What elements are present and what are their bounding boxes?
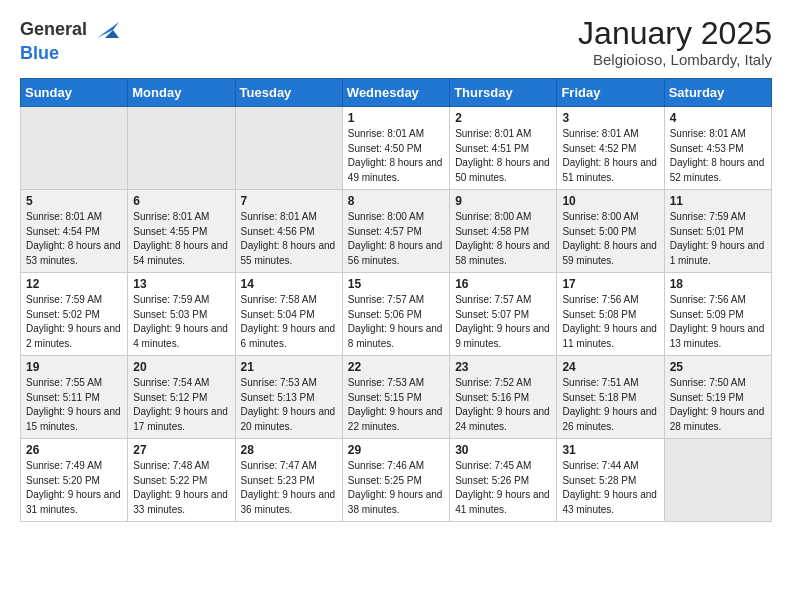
day-info: Sunrise: 7:58 AM Sunset: 5:04 PM Dayligh… — [241, 293, 337, 351]
day-number: 26 — [26, 443, 122, 457]
calendar-cell: 25Sunrise: 7:50 AM Sunset: 5:19 PM Dayli… — [664, 356, 771, 439]
calendar-cell: 27Sunrise: 7:48 AM Sunset: 5:22 PM Dayli… — [128, 439, 235, 522]
calendar-cell: 5Sunrise: 8:01 AM Sunset: 4:54 PM Daylig… — [21, 190, 128, 273]
day-number: 14 — [241, 277, 337, 291]
header: General Blue January 2025 Belgioioso, Lo… — [20, 16, 772, 68]
day-number: 27 — [133, 443, 229, 457]
day-number: 22 — [348, 360, 444, 374]
day-number: 29 — [348, 443, 444, 457]
day-info: Sunrise: 8:01 AM Sunset: 4:50 PM Dayligh… — [348, 127, 444, 185]
day-number: 20 — [133, 360, 229, 374]
day-number: 28 — [241, 443, 337, 457]
calendar-cell: 6Sunrise: 8:01 AM Sunset: 4:55 PM Daylig… — [128, 190, 235, 273]
calendar-cell: 24Sunrise: 7:51 AM Sunset: 5:18 PM Dayli… — [557, 356, 664, 439]
calendar-cell: 3Sunrise: 8:01 AM Sunset: 4:52 PM Daylig… — [557, 107, 664, 190]
calendar-cell: 14Sunrise: 7:58 AM Sunset: 5:04 PM Dayli… — [235, 273, 342, 356]
day-info: Sunrise: 8:01 AM Sunset: 4:52 PM Dayligh… — [562, 127, 658, 185]
day-number: 4 — [670, 111, 766, 125]
day-number: 2 — [455, 111, 551, 125]
header-saturday: Saturday — [664, 79, 771, 107]
calendar-cell: 8Sunrise: 8:00 AM Sunset: 4:57 PM Daylig… — [342, 190, 449, 273]
day-number: 16 — [455, 277, 551, 291]
calendar-cell: 15Sunrise: 7:57 AM Sunset: 5:06 PM Dayli… — [342, 273, 449, 356]
calendar-cell: 26Sunrise: 7:49 AM Sunset: 5:20 PM Dayli… — [21, 439, 128, 522]
calendar-cell: 2Sunrise: 8:01 AM Sunset: 4:51 PM Daylig… — [450, 107, 557, 190]
day-info: Sunrise: 7:51 AM Sunset: 5:18 PM Dayligh… — [562, 376, 658, 434]
calendar-cell: 4Sunrise: 8:01 AM Sunset: 4:53 PM Daylig… — [664, 107, 771, 190]
calendar-cell: 10Sunrise: 8:00 AM Sunset: 5:00 PM Dayli… — [557, 190, 664, 273]
day-info: Sunrise: 7:59 AM Sunset: 5:03 PM Dayligh… — [133, 293, 229, 351]
header-thursday: Thursday — [450, 79, 557, 107]
calendar-week-row: 5Sunrise: 8:01 AM Sunset: 4:54 PM Daylig… — [21, 190, 772, 273]
calendar-cell: 12Sunrise: 7:59 AM Sunset: 5:02 PM Dayli… — [21, 273, 128, 356]
day-info: Sunrise: 7:50 AM Sunset: 5:19 PM Dayligh… — [670, 376, 766, 434]
calendar-cell: 7Sunrise: 8:01 AM Sunset: 4:56 PM Daylig… — [235, 190, 342, 273]
day-info: Sunrise: 7:44 AM Sunset: 5:28 PM Dayligh… — [562, 459, 658, 517]
calendar-cell: 1Sunrise: 8:01 AM Sunset: 4:50 PM Daylig… — [342, 107, 449, 190]
day-info: Sunrise: 7:45 AM Sunset: 5:26 PM Dayligh… — [455, 459, 551, 517]
day-number: 10 — [562, 194, 658, 208]
day-info: Sunrise: 7:56 AM Sunset: 5:09 PM Dayligh… — [670, 293, 766, 351]
day-number: 9 — [455, 194, 551, 208]
calendar-cell: 21Sunrise: 7:53 AM Sunset: 5:13 PM Dayli… — [235, 356, 342, 439]
day-info: Sunrise: 7:53 AM Sunset: 5:15 PM Dayligh… — [348, 376, 444, 434]
day-info: Sunrise: 8:01 AM Sunset: 4:53 PM Dayligh… — [670, 127, 766, 185]
day-info: Sunrise: 7:56 AM Sunset: 5:08 PM Dayligh… — [562, 293, 658, 351]
day-number: 23 — [455, 360, 551, 374]
day-number: 15 — [348, 277, 444, 291]
day-info: Sunrise: 7:49 AM Sunset: 5:20 PM Dayligh… — [26, 459, 122, 517]
day-info: Sunrise: 7:52 AM Sunset: 5:16 PM Dayligh… — [455, 376, 551, 434]
day-number: 13 — [133, 277, 229, 291]
logo-icon — [91, 16, 119, 44]
header-wednesday: Wednesday — [342, 79, 449, 107]
logo-general-text: General — [20, 20, 87, 40]
calendar-cell: 17Sunrise: 7:56 AM Sunset: 5:08 PM Dayli… — [557, 273, 664, 356]
day-number: 17 — [562, 277, 658, 291]
title-block: January 2025 Belgioioso, Lombardy, Italy — [578, 16, 772, 68]
day-number: 1 — [348, 111, 444, 125]
calendar-cell — [128, 107, 235, 190]
day-number: 8 — [348, 194, 444, 208]
day-info: Sunrise: 7:55 AM Sunset: 5:11 PM Dayligh… — [26, 376, 122, 434]
day-info: Sunrise: 7:53 AM Sunset: 5:13 PM Dayligh… — [241, 376, 337, 434]
day-info: Sunrise: 7:54 AM Sunset: 5:12 PM Dayligh… — [133, 376, 229, 434]
day-info: Sunrise: 8:00 AM Sunset: 4:58 PM Dayligh… — [455, 210, 551, 268]
day-info: Sunrise: 7:47 AM Sunset: 5:23 PM Dayligh… — [241, 459, 337, 517]
logo-blue-text: Blue — [20, 43, 59, 63]
day-info: Sunrise: 8:01 AM Sunset: 4:54 PM Dayligh… — [26, 210, 122, 268]
day-number: 7 — [241, 194, 337, 208]
calendar-week-row: 26Sunrise: 7:49 AM Sunset: 5:20 PM Dayli… — [21, 439, 772, 522]
calendar-cell: 22Sunrise: 7:53 AM Sunset: 5:15 PM Dayli… — [342, 356, 449, 439]
day-number: 11 — [670, 194, 766, 208]
day-number: 12 — [26, 277, 122, 291]
day-number: 5 — [26, 194, 122, 208]
day-info: Sunrise: 8:00 AM Sunset: 5:00 PM Dayligh… — [562, 210, 658, 268]
calendar-week-row: 1Sunrise: 8:01 AM Sunset: 4:50 PM Daylig… — [21, 107, 772, 190]
day-info: Sunrise: 7:46 AM Sunset: 5:25 PM Dayligh… — [348, 459, 444, 517]
calendar-subtitle: Belgioioso, Lombardy, Italy — [578, 51, 772, 68]
calendar-cell: 30Sunrise: 7:45 AM Sunset: 5:26 PM Dayli… — [450, 439, 557, 522]
calendar-cell: 20Sunrise: 7:54 AM Sunset: 5:12 PM Dayli… — [128, 356, 235, 439]
day-number: 24 — [562, 360, 658, 374]
day-info: Sunrise: 7:48 AM Sunset: 5:22 PM Dayligh… — [133, 459, 229, 517]
day-info: Sunrise: 7:59 AM Sunset: 5:01 PM Dayligh… — [670, 210, 766, 268]
day-info: Sunrise: 7:57 AM Sunset: 5:06 PM Dayligh… — [348, 293, 444, 351]
header-sunday: Sunday — [21, 79, 128, 107]
page: General Blue January 2025 Belgioioso, Lo… — [0, 0, 792, 612]
day-info: Sunrise: 7:57 AM Sunset: 5:07 PM Dayligh… — [455, 293, 551, 351]
day-number: 25 — [670, 360, 766, 374]
calendar-title: January 2025 — [578, 16, 772, 51]
day-number: 21 — [241, 360, 337, 374]
day-number: 18 — [670, 277, 766, 291]
header-monday: Monday — [128, 79, 235, 107]
day-info: Sunrise: 8:01 AM Sunset: 4:55 PM Dayligh… — [133, 210, 229, 268]
calendar-cell: 18Sunrise: 7:56 AM Sunset: 5:09 PM Dayli… — [664, 273, 771, 356]
calendar-cell — [235, 107, 342, 190]
day-number: 30 — [455, 443, 551, 457]
day-number: 19 — [26, 360, 122, 374]
day-info: Sunrise: 8:01 AM Sunset: 4:56 PM Dayligh… — [241, 210, 337, 268]
calendar-cell: 29Sunrise: 7:46 AM Sunset: 5:25 PM Dayli… — [342, 439, 449, 522]
day-number: 6 — [133, 194, 229, 208]
day-number: 31 — [562, 443, 658, 457]
day-info: Sunrise: 8:01 AM Sunset: 4:51 PM Dayligh… — [455, 127, 551, 185]
